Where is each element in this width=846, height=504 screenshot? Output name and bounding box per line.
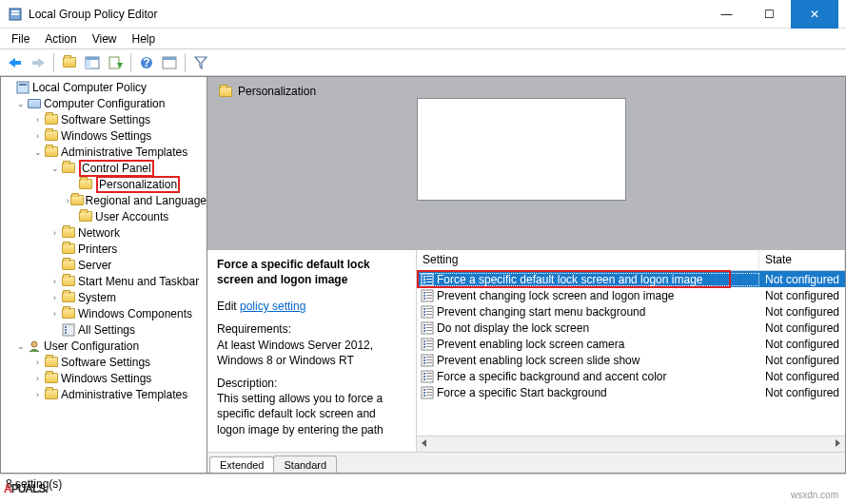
setting-row[interactable]: Force a specific default lock screen and… bbox=[417, 271, 845, 287]
tree-all-settings[interactable]: All Settings bbox=[1, 321, 207, 338]
svg-rect-60 bbox=[423, 357, 425, 359]
svg-rect-26 bbox=[423, 279, 425, 281]
menu-file[interactable]: File bbox=[4, 30, 37, 48]
svg-rect-28 bbox=[426, 276, 432, 277]
navigation-tree[interactable]: Local Computer Policy ⌄Computer Configur… bbox=[0, 76, 207, 474]
svg-rect-58 bbox=[426, 346, 432, 347]
setting-name: Do not display the lock screen bbox=[437, 321, 589, 335]
svg-rect-76 bbox=[423, 395, 425, 397]
expand-icon[interactable]: › bbox=[31, 388, 44, 400]
user-icon bbox=[27, 339, 42, 354]
collapse-icon[interactable]: ⌄ bbox=[31, 145, 44, 158]
svg-rect-65 bbox=[426, 362, 432, 363]
tree-computer-configuration[interactable]: ⌄Computer Configuration bbox=[1, 95, 207, 111]
tree-windows-settings[interactable]: ›Windows Settings bbox=[1, 127, 207, 144]
tree-system[interactable]: ›System bbox=[1, 289, 207, 305]
back-button[interactable] bbox=[4, 51, 27, 74]
tab-standard[interactable]: Standard bbox=[273, 456, 337, 473]
svg-rect-30 bbox=[426, 281, 432, 282]
tree-printers[interactable]: Printers bbox=[1, 241, 207, 257]
tree-software-settings-user[interactable]: ›Software Settings bbox=[1, 354, 207, 370]
tree-network[interactable]: ›Network bbox=[1, 224, 207, 241]
svg-rect-36 bbox=[426, 295, 432, 296]
policy-item-icon bbox=[421, 354, 434, 367]
filter-button[interactable] bbox=[189, 51, 212, 74]
tree-start-menu-taskbar[interactable]: ›Start Menu and Taskbar bbox=[1, 273, 207, 289]
svg-rect-9 bbox=[86, 60, 90, 68]
show-hide-tree-button[interactable] bbox=[81, 51, 104, 74]
expand-icon[interactable]: › bbox=[31, 372, 44, 384]
folder-up-button[interactable] bbox=[58, 51, 81, 74]
tree-regional-language[interactable]: ›Regional and Language bbox=[1, 192, 207, 208]
app-icon bbox=[8, 7, 23, 22]
column-setting[interactable]: Setting bbox=[417, 250, 759, 270]
export-list-button[interactable] bbox=[104, 51, 127, 74]
collapse-icon[interactable]: ⌄ bbox=[49, 162, 61, 174]
menu-help[interactable]: Help bbox=[125, 30, 164, 48]
forward-button[interactable] bbox=[27, 51, 49, 74]
edit-policy-link[interactable]: policy setting bbox=[240, 300, 305, 313]
svg-rect-79 bbox=[426, 395, 432, 396]
tree-software-settings[interactable]: ›Software Settings bbox=[1, 111, 207, 127]
menu-action[interactable]: Action bbox=[37, 30, 84, 48]
tab-extended[interactable]: Extended bbox=[209, 456, 274, 473]
setting-name: Prevent enabling lock screen slide show bbox=[437, 354, 639, 367]
setting-name: Prevent enabling lock screen camera bbox=[437, 338, 624, 351]
svg-rect-69 bbox=[423, 378, 425, 380]
column-state[interactable]: State bbox=[759, 250, 845, 270]
policy-item-icon bbox=[421, 289, 434, 302]
expand-icon[interactable]: › bbox=[49, 275, 61, 287]
svg-rect-61 bbox=[423, 359, 425, 361]
svg-text:?: ? bbox=[143, 56, 149, 69]
expand-icon[interactable]: › bbox=[49, 291, 61, 303]
preview-box bbox=[417, 98, 626, 201]
minimize-button[interactable]: — bbox=[705, 0, 748, 29]
svg-rect-47 bbox=[423, 327, 425, 329]
svg-rect-62 bbox=[423, 362, 425, 364]
expand-icon[interactable]: › bbox=[49, 307, 61, 320]
policy-item-icon bbox=[421, 273, 434, 286]
setting-row[interactable]: Prevent changing lock screen and logon i… bbox=[417, 287, 845, 303]
expand-icon[interactable]: › bbox=[31, 129, 44, 142]
tree-admin-templates[interactable]: ⌄Administrative Templates bbox=[1, 144, 207, 160]
tree-root[interactable]: Local Computer Policy bbox=[1, 79, 207, 95]
window-title: Local Group Policy Editor bbox=[29, 8, 705, 21]
status-bar: 8 setting(s) bbox=[0, 474, 846, 493]
setting-state: Not configured bbox=[759, 386, 845, 399]
tree-admin-templates-user[interactable]: ›Administrative Templates bbox=[1, 386, 207, 402]
tree-user-configuration[interactable]: ⌄User Configuration bbox=[1, 338, 207, 354]
expand-icon[interactable]: › bbox=[31, 113, 44, 126]
properties-button[interactable] bbox=[158, 51, 181, 74]
setting-row[interactable]: Prevent enabling lock screen slide showN… bbox=[417, 352, 845, 368]
svg-rect-25 bbox=[423, 276, 425, 278]
help-button[interactable]: ? bbox=[135, 51, 158, 74]
svg-rect-57 bbox=[426, 343, 432, 344]
svg-rect-18 bbox=[19, 84, 27, 86]
tree-user-accounts[interactable]: User Accounts bbox=[1, 208, 207, 224]
setting-row[interactable]: Do not display the lock screenNot config… bbox=[417, 320, 845, 336]
setting-row[interactable]: Prevent changing start menu backgroundNo… bbox=[417, 303, 845, 320]
maximize-button[interactable]: ☐ bbox=[748, 0, 791, 29]
tree-windows-components[interactable]: ›Windows Components bbox=[1, 305, 207, 321]
close-button[interactable]: ✕ bbox=[791, 0, 838, 29]
tree-control-panel[interactable]: ⌄Control Panel bbox=[1, 160, 207, 176]
setting-row[interactable]: Force a specific Start backgroundNot con… bbox=[417, 384, 845, 400]
tree-server[interactable]: Server bbox=[1, 257, 207, 273]
svg-marker-16 bbox=[195, 57, 207, 68]
svg-rect-77 bbox=[426, 389, 432, 390]
expand-icon[interactable]: › bbox=[49, 226, 61, 239]
setting-row[interactable]: Force a specific background and accent c… bbox=[417, 368, 845, 384]
horizontal-scrollbar[interactable] bbox=[417, 436, 845, 452]
setting-row[interactable]: Prevent enabling lock screen cameraNot c… bbox=[417, 336, 845, 352]
svg-rect-72 bbox=[426, 378, 432, 379]
collapse-icon[interactable]: ⌄ bbox=[14, 97, 27, 109]
setting-state: Not configured bbox=[759, 338, 845, 351]
svg-rect-40 bbox=[423, 311, 425, 313]
tree-windows-settings-user[interactable]: ›Windows Settings bbox=[1, 370, 207, 386]
expand-icon[interactable]: › bbox=[31, 356, 44, 368]
svg-rect-64 bbox=[426, 359, 432, 360]
menu-view[interactable]: View bbox=[85, 30, 125, 48]
collapse-icon[interactable]: ⌄ bbox=[14, 339, 27, 352]
tree-personalization[interactable]: Personalization bbox=[1, 176, 207, 192]
svg-rect-39 bbox=[423, 308, 425, 310]
